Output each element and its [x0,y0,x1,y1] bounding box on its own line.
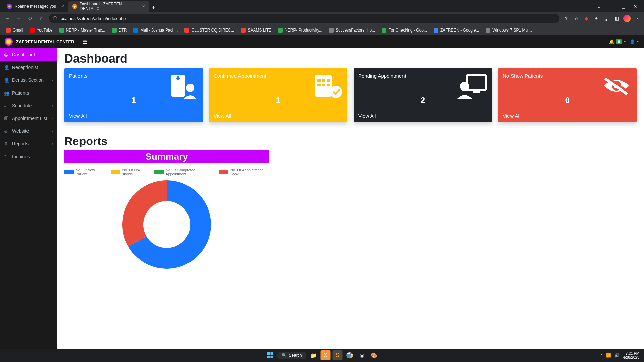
close-icon[interactable]: × [61,4,64,9]
bookmark-item[interactable]: NERP- Productivity... [275,26,325,34]
sidebar-item-dentist-section[interactable]: 👤Dentist Section› [0,74,57,86]
maximize-icon[interactable]: ▢ [619,4,628,9]
sidebar-icon: 🗐 [4,116,9,121]
share-icon[interactable]: ⇪ [563,15,570,22]
tab-dashboard[interactable]: ◆ Dashboard - ZAFREEN DENTAL C × [68,1,149,12]
sidebar-item-reports[interactable]: 🗎Reports› [0,137,57,150]
clock[interactable]: 7:21 PM 4/28/2023 [623,351,639,359]
bookmark-label: NERP- Productivity... [285,28,322,33]
dropdown-icon[interactable]: ⌄ [594,4,604,9]
svg-rect-13 [473,91,480,93]
sidebar-item-inquiries[interactable]: ?Inquiries [0,150,57,163]
bookmark-item[interactable]: NERP - Master Trac... [57,26,108,34]
sidebar-item-website[interactable]: ⊕Website› [0,125,57,137]
bookmark-favicon-icon [30,28,35,33]
app-icon[interactable]: ◎ [357,350,367,360]
tray-chevron-icon[interactable]: ^ [601,353,603,358]
svg-point-3 [186,84,194,92]
view-all-link[interactable]: View All [214,113,343,119]
donut-chart [64,179,269,276]
extension-blocker-icon[interactable]: ◆ [583,15,590,22]
svg-rect-12 [467,75,486,90]
sidebar-icon: 👥 [4,90,9,96]
sidebar: ◎Dashboard👤Receptionist👤Dentist Section›… [0,48,57,349]
svg-rect-22 [270,356,273,358]
star-icon[interactable]: ☆ [573,15,580,22]
sidepanel-icon[interactable]: ◧ [613,15,620,22]
chevron-right-icon: › [52,117,53,120]
forward-button[interactable]: → [15,14,23,22]
svg-rect-20 [270,352,273,355]
chevron-right-icon: › [52,104,53,108]
bookmark-item[interactable]: Mail - Joshua Pach... [131,26,180,34]
sidebar-item-receptionist[interactable]: 👤Receptionist [0,61,57,74]
bookmark-item[interactable]: SuccessFactors: Ho... [326,26,378,34]
messenger-favicon-icon: ⚡ [7,4,12,9]
bookmark-item[interactable]: SAAMS LITE [238,26,274,34]
sidebar-toggle-button[interactable]: ☰ [83,39,87,45]
sidebar-item-label: Inquiries [12,154,30,159]
reload-button[interactable]: ⟳ [26,14,34,22]
bookmark-item[interactable]: ZAFREEN - Google... [431,26,482,34]
sidebar-item-schedule[interactable]: ≡Schedule› [0,99,57,112]
sidebar-item-label: Schedule [12,103,32,108]
svg-point-11 [330,86,342,98]
home-button[interactable]: ⌂ [38,14,46,22]
caret-down-icon: ▼ [636,40,639,43]
bookmark-item[interactable]: CLUSTER CQ DIREC... [182,26,237,34]
volume-icon[interactable]: 🔊 [614,353,620,358]
bookmark-item[interactable]: Gmail [3,26,26,34]
taskbar-search[interactable]: 🔍 Search [277,352,306,359]
svg-rect-7 [327,79,330,82]
wifi-icon[interactable]: 📶 [606,353,611,358]
bookmark-label: SAAMS LITE [248,28,271,33]
close-window-icon[interactable]: ✕ [631,4,640,9]
window-controls: ⌄ — ▢ ✕ [594,1,644,12]
sidebar-item-label: Website [12,128,29,134]
site-info-icon[interactable]: ⓘ [53,16,57,21]
file-explorer-icon[interactable]: 📁 [309,350,319,360]
notifications-button[interactable]: 🔔 0 ▼ [609,39,626,44]
extensions-icon[interactable]: ✦ [593,15,600,22]
bookmark-item[interactable]: For Checking - Goo... [379,26,430,34]
xampp-icon[interactable]: X [321,350,331,360]
user-icon: 👤 [630,39,635,44]
bookmark-favicon-icon [278,28,283,33]
view-all-link[interactable]: View All [503,113,632,119]
menu-icon[interactable]: ⋮ [634,15,641,22]
sidebar-icon: ◎ [4,52,9,57]
tab-messenger[interactable]: ⚡ Roanne messaged you × [3,1,68,12]
svg-rect-10 [327,84,330,86]
profile-avatar-icon[interactable] [623,15,631,22]
view-all-link[interactable]: View All [69,113,198,119]
sublime-icon[interactable]: S [333,350,343,360]
chrome-icon[interactable] [345,350,355,360]
sidebar-item-patients[interactable]: 👥Patients [0,86,57,99]
url-bar[interactable]: ⓘ localhost/zafreen/admin/index.php [49,14,559,23]
downloads-icon[interactable]: ⭳ [603,15,610,22]
paint-icon[interactable]: 🎨 [369,350,379,360]
sidebar-icon: 👤 [4,65,9,70]
bookmark-item[interactable]: DTR [109,26,130,34]
taskbar-center: 🔍 Search 📁 X S ◎ 🎨 [265,350,379,360]
bookmark-item[interactable]: Windows 7 SP1 Mul... [483,26,534,34]
user-menu-button[interactable]: 👤 ▼ [630,39,639,44]
new-tab-button[interactable]: + [149,3,158,12]
legend-item: No. Of No-shows [111,168,148,176]
back-button[interactable]: ← [3,14,11,22]
sidebar-item-label: Dashboard [12,52,35,57]
legend-item: No. Of Appointment Book [219,168,269,176]
view-all-link[interactable]: View All [358,113,487,119]
caret-down-icon: ▼ [623,40,626,43]
sidebar-item-appointment-list[interactable]: 🗐Appointment List› [0,112,57,125]
start-button[interactable] [265,350,275,360]
bookmark-favicon-icon [112,28,117,33]
summary-cards: Patients 1 View All Confirmed Appointmen… [64,68,637,122]
minimize-icon[interactable]: — [606,4,616,9]
bookmark-item[interactable]: YouTube [27,26,55,34]
close-icon[interactable]: × [142,4,145,9]
search-icon: 🔍 [282,353,287,358]
sidebar-item-dashboard[interactable]: ◎Dashboard [0,48,57,61]
bookmark-label: Windows 7 SP1 Mul... [492,28,532,33]
legend-label: No. Of No-shows [122,168,149,176]
